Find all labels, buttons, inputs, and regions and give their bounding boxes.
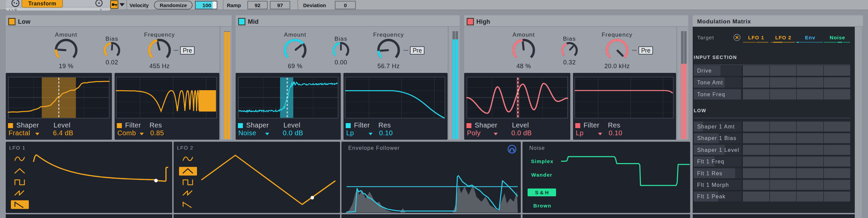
svg-text:Res: Res — [378, 121, 391, 129]
svg-text:LFO 2: LFO 2 — [775, 35, 791, 40]
svg-text:Amount: Amount — [513, 32, 535, 38]
svg-text:56.7 Hz: 56.7 Hz — [377, 63, 400, 70]
svg-text:Frequency: Frequency — [373, 32, 404, 38]
svg-text:Amount: Amount — [55, 32, 77, 38]
svg-text:Deviation: Deviation — [303, 2, 326, 8]
svg-text:Bias: Bias — [105, 36, 118, 42]
svg-text:0.32: 0.32 — [563, 59, 576, 66]
svg-text:0.02: 0.02 — [105, 59, 118, 66]
svg-text:LFO 2: LFO 2 — [177, 145, 193, 151]
svg-text:Noise: Noise — [830, 35, 845, 40]
svg-text:Low: Low — [18, 18, 31, 25]
svg-text:Flt 1 Freq: Flt 1 Freq — [697, 159, 724, 164]
svg-text:100: 100 — [202, 2, 211, 8]
svg-text:Target: Target — [697, 35, 714, 40]
svg-text:Velocity: Velocity — [130, 2, 149, 8]
svg-text:Ramp: Ramp — [227, 2, 241, 8]
svg-text:92: 92 — [255, 2, 260, 8]
svg-text:Level: Level — [512, 121, 529, 129]
svg-text:Randomize: Randomize — [160, 2, 187, 8]
svg-text:Lp: Lp — [346, 129, 354, 137]
svg-text:Filter: Filter — [125, 121, 141, 129]
svg-text:Bias: Bias — [563, 36, 576, 42]
svg-text:0.85: 0.85 — [150, 129, 164, 137]
svg-text:Shaper: Shaper — [16, 121, 39, 129]
svg-text:20.0 kHz: 20.0 kHz — [604, 63, 630, 70]
svg-text:19 %: 19 % — [59, 63, 73, 70]
svg-text:Res: Res — [150, 121, 162, 129]
svg-text:Noise: Noise — [238, 129, 256, 137]
svg-text:Frequency: Frequency — [144, 32, 175, 38]
svg-text:Comb: Comb — [117, 129, 136, 137]
svg-text:LFO 1: LFO 1 — [748, 35, 764, 40]
svg-text:455 Hz: 455 Hz — [149, 63, 170, 70]
svg-text:Flt 1 Res: Flt 1 Res — [697, 171, 723, 176]
svg-text:Shaper: Shaper — [475, 121, 497, 129]
svg-text:Level: Level — [283, 121, 300, 129]
svg-text:Shaper: Shaper — [246, 121, 269, 129]
svg-text:Noise: Noise — [529, 145, 545, 151]
svg-text:Pre: Pre — [183, 47, 192, 54]
svg-text:Filter: Filter — [354, 121, 370, 129]
svg-text:Wander: Wander — [531, 172, 552, 178]
svg-text:0.00: 0.00 — [335, 59, 347, 66]
svg-text:Pre: Pre — [413, 47, 422, 54]
svg-text:0.0 dB: 0.0 dB — [511, 129, 532, 137]
svg-text:Brown: Brown — [533, 203, 551, 209]
svg-text:Level: Level — [54, 121, 71, 129]
svg-text:Drive: Drive — [697, 68, 712, 74]
svg-text:Tone Amt: Tone Amt — [697, 80, 723, 85]
svg-text:Simplex: Simplex — [531, 158, 554, 164]
svg-text:Lp: Lp — [576, 129, 584, 137]
svg-text:Tone Freq: Tone Freq — [697, 92, 725, 97]
svg-text:Flt 1 Morph: Flt 1 Morph — [697, 182, 729, 188]
svg-text:Shaper 1 Level: Shaper 1 Level — [697, 147, 739, 153]
svg-text:Res: Res — [608, 121, 620, 129]
svg-text:Pre: Pre — [641, 47, 650, 54]
svg-text:Poly: Poly — [467, 129, 481, 137]
svg-text:Transform: Transform — [28, 1, 56, 6]
svg-text:48 %: 48 % — [516, 63, 531, 70]
svg-text:LOW: LOW — [694, 108, 706, 113]
svg-text:S & H: S & H — [535, 190, 549, 195]
svg-text:Flt 1 Peak: Flt 1 Peak — [697, 194, 726, 199]
svg-text:Filter: Filter — [584, 121, 599, 129]
svg-text:0: 0 — [344, 2, 347, 8]
svg-text:Fractal: Fractal — [8, 129, 30, 137]
svg-text:Modulation Matrix: Modulation Matrix — [697, 18, 751, 25]
svg-text:0.10: 0.10 — [609, 129, 623, 137]
svg-text:97: 97 — [277, 2, 283, 8]
svg-text:Shaper 1 Amt: Shaper 1 Amt — [697, 124, 735, 130]
svg-text:Frequency: Frequency — [601, 32, 632, 38]
svg-text:INPUT SECTION: INPUT SECTION — [694, 55, 737, 60]
svg-text:6.4 dB: 6.4 dB — [53, 129, 73, 137]
svg-text:Bias: Bias — [335, 36, 348, 42]
svg-text:LFO 1: LFO 1 — [9, 145, 25, 151]
svg-text:Amount: Amount — [284, 32, 307, 38]
svg-text:0.10: 0.10 — [379, 129, 393, 137]
svg-text:69 %: 69 % — [288, 63, 302, 70]
svg-text:Envelope Follower: Envelope Follower — [348, 145, 400, 151]
svg-text:Mid: Mid — [248, 18, 259, 25]
svg-text:0.0 dB: 0.0 dB — [283, 129, 303, 137]
svg-text:Shaper 1 Bias: Shaper 1 Bias — [697, 135, 736, 141]
svg-text:High: High — [476, 18, 490, 25]
svg-text:Env: Env — [805, 35, 815, 40]
